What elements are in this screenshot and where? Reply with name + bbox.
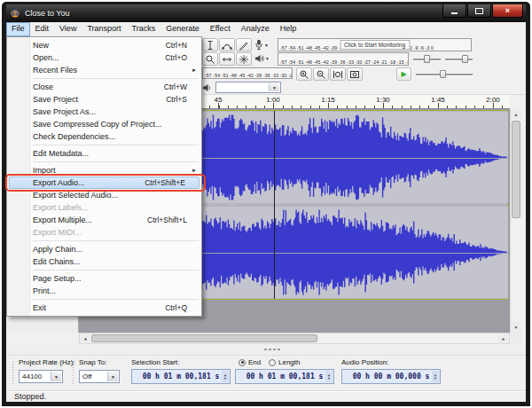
menu-generate[interactable]: Generate	[160, 22, 205, 36]
time-spinner[interactable]: ▲▼	[432, 371, 439, 382]
status-text: Stopped.	[14, 392, 46, 401]
ruler-minor-tick	[428, 106, 429, 108]
menu-item-edit-metadata[interactable]: Edit Metadata...	[7, 147, 201, 160]
menu-item-label: New	[33, 41, 166, 50]
ruler-minor-tick	[246, 106, 246, 108]
project-rate-select[interactable]: 44100 ▼	[19, 370, 63, 383]
menu-view[interactable]: View	[54, 22, 82, 36]
menu-file[interactable]: File	[6, 22, 30, 36]
scroll-down-icon: ▼	[514, 325, 519, 330]
toolbar-gripper[interactable]	[72, 361, 74, 386]
menu-item-label: Edit Chains...	[33, 257, 187, 266]
play-icon: ▶	[401, 71, 406, 78]
menu-item-apply-chain[interactable]: Apply Chain...	[7, 243, 201, 255]
menu-item-recent-files[interactable]: Recent Files►	[7, 64, 201, 76]
menu-item-save-compressed-copy-of-project[interactable]: Save Compressed Copy of Project...	[7, 118, 201, 130]
time-spinner[interactable]: ▲▼	[325, 371, 332, 382]
menu-item-exit[interactable]: ExitCtrl+Q	[7, 302, 201, 314]
envelope-tool-button[interactable]	[219, 38, 235, 51]
scroll-up-button[interactable]: ▲	[511, 109, 521, 120]
input-volume-slider[interactable]	[412, 52, 442, 66]
scroll-right-button[interactable]: ►	[498, 333, 509, 343]
fit-selection-button[interactable]	[330, 67, 346, 81]
playback-cursor	[274, 111, 275, 299]
output-volume-slider[interactable]	[444, 52, 473, 66]
time-spinner[interactable]: ▲▼	[222, 371, 229, 382]
timeshift-tool-button[interactable]	[219, 52, 235, 66]
selection-end-field[interactable]: 00 h 01 m 00,181 s ▲▼	[235, 369, 334, 384]
menu-item-open[interactable]: Open...Ctrl+O	[7, 51, 201, 64]
selection-tool-button[interactable]	[202, 38, 218, 51]
horizontal-scrollbar[interactable]: ◄ ►	[79, 333, 510, 344]
slider-thumb[interactable]	[424, 55, 430, 63]
ruler-minor-tick	[447, 106, 448, 108]
scroll-down-button[interactable]: ▼	[511, 322, 521, 333]
menu-item-edit-chains[interactable]: Edit Chains...	[7, 255, 201, 268]
horizontal-scroll-thumb[interactable]	[91, 334, 317, 342]
slider-thumb[interactable]	[462, 55, 468, 63]
menu-item-export-multiple[interactable]: Export Multiple...Ctrl+Shift+L	[7, 214, 201, 226]
ruler-minor-tick	[466, 106, 466, 108]
fit-project-button[interactable]	[347, 67, 363, 81]
record-meter-menu[interactable]: ▼	[254, 39, 269, 51]
ruler-minor-tick	[392, 106, 393, 108]
multi-tool-button[interactable]	[236, 52, 252, 66]
zoom-tool-button[interactable]	[202, 52, 218, 66]
draw-tool-button[interactable]	[236, 38, 252, 51]
dropdown-arrow-icon: ▼	[51, 372, 61, 381]
menu-item-export-selected-audio[interactable]: Export Selected Audio...	[7, 189, 201, 201]
snap-to-select[interactable]: Off ▼	[79, 370, 120, 383]
ruler-minor-tick	[502, 106, 503, 108]
menu-transport[interactable]: Transport	[82, 22, 126, 36]
length-radio[interactable]: Length	[269, 358, 300, 366]
pencil-icon	[239, 40, 249, 51]
minimize-button[interactable]	[442, 4, 466, 18]
vertical-scrollbar[interactable]: ▲ ▼	[510, 109, 521, 333]
ruler-minor-tick	[456, 106, 457, 108]
titlebar[interactable]: Close to You ×	[6, 4, 526, 22]
playback-meter[interactable]: -57 -54 -51 -48 -45 -42 -39 -36 -33 -30 …	[278, 52, 409, 66]
menu-help[interactable]: Help	[275, 22, 302, 36]
selection-start-field[interactable]: 00 h 01 m 00,181 s ▲▼	[131, 369, 231, 384]
zoom-out-button[interactable]	[313, 67, 329, 81]
ruler-minor-tick	[292, 106, 293, 108]
menu-effect[interactable]: Effect	[205, 22, 236, 36]
menu-item-label: Close	[33, 82, 164, 91]
device-toolbar-icon	[202, 82, 212, 93]
selection-start-value: 00 h 01 m 00,181 s	[143, 373, 220, 381]
audio-position-field[interactable]: 00 h 00 m 00,000 s ▲▼	[341, 369, 441, 384]
star-icon	[239, 54, 249, 65]
slider-thumb[interactable]	[440, 70, 446, 78]
monitoring-button[interactable]: Click to Start Monitoring	[340, 40, 410, 50]
playback-speed-slider[interactable]	[415, 67, 473, 81]
zoom-in-button[interactable]	[296, 67, 312, 81]
menu-item-import[interactable]: Import►	[7, 164, 201, 177]
scroll-left-button[interactable]: ◄	[80, 333, 90, 343]
menu-edit[interactable]: Edit	[30, 22, 55, 36]
menu-analyze[interactable]: Analyze	[236, 22, 275, 36]
end-radio[interactable]: End	[239, 358, 261, 366]
menu-item-print[interactable]: Print...	[7, 285, 201, 297]
menu-item-export-audio[interactable]: Export Audio...Ctrl+Shift+E	[9, 177, 200, 189]
toolbar-gripper[interactable]	[12, 361, 14, 386]
menu-item-check-dependencies[interactable]: Check Dependencies...	[7, 130, 201, 143]
maximize-button[interactable]	[467, 4, 491, 18]
menu-item-close[interactable]: CloseCtrl+W	[7, 81, 201, 93]
record-meter[interactable]: -57 -54 -51 -48 -45 -42 -39 -36 -33 -30 …	[278, 38, 472, 51]
menu-tracks[interactable]: Tracks	[127, 22, 161, 36]
menu-item-label: Export MIDI...	[33, 228, 187, 237]
meter-scale-strip: -57 -54 -51 -48 -45 -42 -39 -36 -33 -30 …	[202, 67, 293, 79]
menu-item-new[interactable]: NewCtrl+N	[7, 39, 201, 51]
menu-item-save-project-as[interactable]: Save Project As...	[7, 106, 201, 118]
dropdown-arrow-icon: ▼	[107, 372, 118, 381]
menu-item-save-project[interactable]: Save ProjectCtrl+S	[7, 93, 201, 106]
output-device-select[interactable]: ▼	[215, 82, 281, 93]
close-button[interactable]: ×	[492, 4, 523, 18]
vertical-scroll-thumb[interactable]	[512, 121, 520, 218]
menu-item-page-setup[interactable]: Page Setup...	[7, 272, 201, 285]
menu-item-shortcut: Ctrl+Q	[165, 303, 187, 312]
playback-meter-menu[interactable]: ▼	[254, 53, 270, 64]
play-at-speed-button[interactable]: ▶	[396, 67, 411, 81]
ruler-minor-tick	[411, 106, 411, 108]
spinner-down-icon: ▼	[328, 377, 330, 381]
